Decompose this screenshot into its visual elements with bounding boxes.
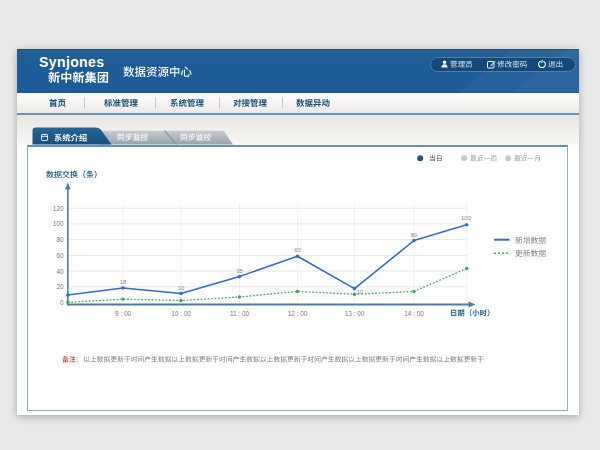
svg-text:40: 40 <box>56 268 64 275</box>
svg-text:14 : 00: 14 : 00 <box>404 310 424 317</box>
svg-text:18: 18 <box>120 279 127 285</box>
svg-text:120: 120 <box>53 205 64 212</box>
svg-text:0: 0 <box>60 299 64 306</box>
svg-text:80: 80 <box>56 236 64 243</box>
svg-text:10: 10 <box>178 285 185 291</box>
svg-text:11 : 00: 11 : 00 <box>230 310 250 317</box>
svg-text:60: 60 <box>294 247 301 253</box>
svg-text:20: 20 <box>56 283 64 290</box>
svg-text:80: 80 <box>411 232 418 238</box>
svg-text:9 : 00: 9 : 00 <box>115 310 131 317</box>
svg-text:13 : 00: 13 : 00 <box>345 310 365 317</box>
svg-text:35: 35 <box>236 268 243 274</box>
svg-text:60: 60 <box>56 252 64 259</box>
svg-text:12 : 00: 12 : 00 <box>288 310 308 317</box>
svg-text:10 : 00: 10 : 00 <box>171 310 191 317</box>
svg-text:100: 100 <box>461 215 472 221</box>
svg-text:10: 10 <box>357 289 364 295</box>
svg-text:100: 100 <box>53 220 64 227</box>
